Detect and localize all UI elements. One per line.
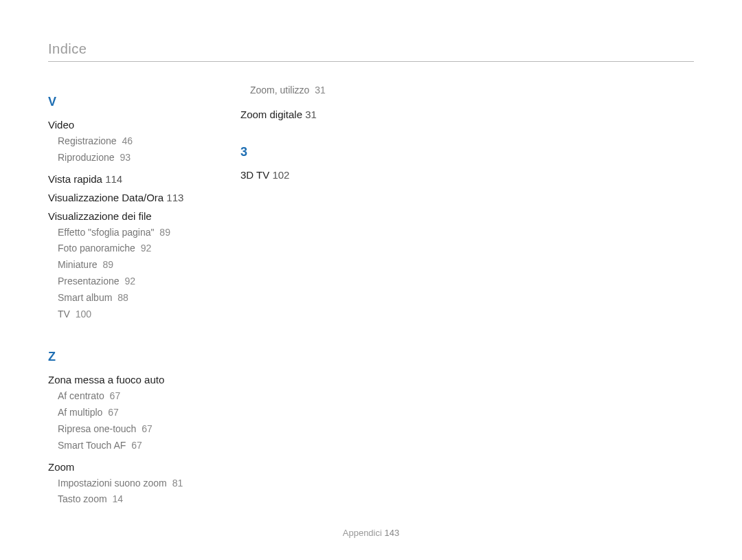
column-2: Zoom, utilizzo 31 Zoom digitale 31 3 3D … — [240, 82, 412, 508]
sub-label: Registrazione — [58, 135, 117, 146]
entry-title-text: 3D TV — [240, 169, 269, 181]
sub-page: 89 — [159, 227, 170, 238]
sub-page: 81 — [172, 478, 183, 489]
sub-label: Tasto zoom — [58, 493, 107, 504]
sub-label: Smart album — [58, 292, 112, 303]
footer-page: 143 — [385, 528, 400, 538]
entry-video: Video — [48, 119, 220, 131]
sub-page: 14 — [112, 493, 123, 504]
sub-label: Zoom, utilizzo — [250, 85, 309, 96]
sub-page: 92 — [141, 243, 152, 254]
sub-page: 88 — [117, 292, 128, 303]
footer: Appendici 143 — [0, 528, 742, 538]
entry-visualizzazione-file-subs: Effetto "sfoglia pagina" 89 Foto panoram… — [48, 225, 220, 323]
section-letter-3: 3 — [240, 145, 412, 159]
footer-label: Appendici — [343, 528, 382, 538]
entry-page: 31 — [305, 109, 317, 120]
entry-zona-messa-fuoco-subs: Af centrato 67 Af multiplo 67 Ripresa on… — [48, 388, 220, 453]
sub-label: Foto panoramiche — [58, 243, 135, 254]
sub-label: Ripresa one-touch — [58, 423, 136, 434]
sub-label: Riproduzione — [58, 152, 115, 163]
sub-label: Miniature — [58, 259, 98, 270]
entry-page: 102 — [272, 169, 289, 181]
entry-visualizzazione-data-ora: Visualizzazione Data/Ora 113 — [48, 192, 220, 203]
sub-label: Smart Touch AF — [58, 440, 126, 451]
entry-title-text: Zoom digitale — [240, 109, 302, 120]
sub-label: Impostazioni suono zoom — [58, 478, 167, 489]
sub-page: 67 — [131, 440, 142, 451]
sub-page: 67 — [142, 423, 153, 434]
sub-label: Af centrato — [58, 390, 104, 401]
entry-3d-tv: 3D TV 102 — [240, 169, 412, 181]
entry-zoom-utilizzo: Zoom, utilizzo 31 — [240, 82, 412, 99]
sub-page: 67 — [108, 407, 119, 418]
sub-page: 89 — [102, 259, 113, 270]
entry-visualizzazione-file: Visualizzazione dei file — [48, 210, 220, 222]
entry-title-text: Video — [48, 119, 74, 131]
section-letter-v: V — [48, 95, 220, 109]
entry-video-subs: Registrazione 46 Riproduzione 93 — [48, 133, 220, 166]
entry-zona-messa-fuoco: Zona messa a fuoco auto — [48, 374, 220, 385]
sub-label: Af multiplo — [58, 407, 102, 418]
entry-page: 113 — [166, 192, 183, 203]
section-letter-z: Z — [48, 350, 220, 364]
entry-title-text: Visualizzazione Data/Ora — [48, 192, 164, 203]
entry-title-text: Vista rapida — [48, 173, 102, 185]
entry-zoom-digitale: Zoom digitale 31 — [240, 109, 412, 120]
sub-page: 31 — [315, 85, 326, 96]
entry-title-text: Zona messa a fuoco auto — [48, 374, 164, 385]
entry-vista-rapida: Vista rapida 114 — [48, 173, 220, 185]
index-columns: V Video Registrazione 46 Riproduzione 93… — [48, 82, 694, 508]
entry-zoom-subs: Impostazioni suono zoom 81 Tasto zoom 14 — [48, 475, 220, 508]
sub-label: Presentazione — [58, 276, 120, 287]
sub-page: 67 — [110, 390, 121, 401]
sub-label: TV — [58, 309, 70, 320]
sub-page: 100 — [76, 309, 91, 320]
column-1: V Video Registrazione 46 Riproduzione 93… — [48, 82, 220, 508]
sub-page: 93 — [120, 152, 131, 163]
entry-zoom: Zoom — [48, 461, 220, 473]
page: Indice V Video Registrazione 46 Riproduz… — [0, 0, 742, 560]
entry-title-text: Visualizzazione dei file — [48, 210, 152, 222]
page-title: Indice — [48, 41, 694, 62]
sub-page: 46 — [122, 135, 133, 146]
entry-page: 114 — [105, 173, 122, 185]
entry-title-text: Zoom — [48, 461, 74, 473]
sub-label: Effetto "sfoglia pagina" — [58, 227, 154, 238]
sub-page: 92 — [124, 276, 135, 287]
